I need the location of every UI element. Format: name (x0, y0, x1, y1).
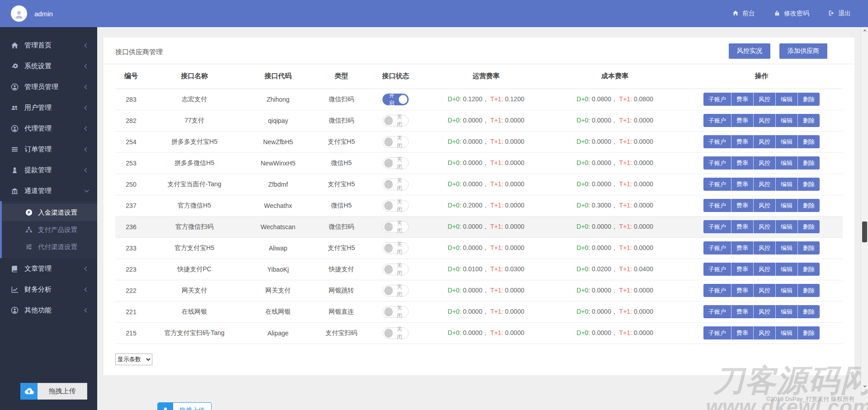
delete-button[interactable]: 删除 (798, 178, 820, 191)
topbar-link-2[interactable]: 退出 (828, 9, 851, 18)
risk-button[interactable]: 风控 (754, 199, 776, 212)
delete-button[interactable]: 删除 (798, 135, 820, 148)
rate-button[interactable]: 费率 (731, 156, 754, 170)
delete-button[interactable]: 删除 (798, 284, 820, 297)
risk-button[interactable]: 风控 (754, 135, 776, 148)
status-toggle[interactable]: 关闭 (382, 200, 409, 212)
subaccount-button[interactable]: 子账户 (703, 114, 731, 127)
rate-button[interactable]: 费率 (731, 284, 754, 297)
subaccount-button[interactable]: 子账户 (703, 93, 731, 106)
scrollbar-thumb[interactable] (862, 221, 867, 242)
subaccount-button[interactable]: 子账户 (703, 178, 731, 191)
sidebar-subitem[interactable]: 代付渠道设置 (2, 238, 97, 255)
scrollbar[interactable] (861, 27, 868, 390)
status-toggle[interactable]: 关闭 (382, 136, 409, 148)
edit-button[interactable]: 编辑 (776, 220, 798, 233)
status-toggle[interactable]: 开启 (382, 94, 409, 105)
sidebar-item[interactable]: 订单管理 (0, 139, 97, 160)
sidebar-upload-button[interactable]: 拖拽上传 (20, 383, 87, 400)
risk-live-button[interactable]: 风控实况 (729, 43, 770, 59)
risk-button[interactable]: 风控 (754, 220, 776, 233)
subaccount-button[interactable]: 子账户 (703, 220, 731, 233)
cell-cost-rate: D+0: 0.0000， T+1: 0.0000 (549, 237, 680, 259)
delete-button[interactable]: 删除 (798, 93, 820, 106)
add-supplier-button[interactable]: 添加供应商 (779, 43, 827, 59)
subaccount-button[interactable]: 子账户 (703, 156, 731, 170)
delete-button[interactable]: 删除 (798, 263, 820, 276)
scroll-up-arrow-icon[interactable] (863, 29, 867, 31)
risk-button[interactable]: 风控 (754, 263, 776, 276)
topbar-link-1[interactable]: 修改密码 (774, 9, 809, 18)
sidebar-item[interactable]: 代理管理 (0, 118, 97, 139)
delete-button[interactable]: 删除 (798, 114, 820, 127)
status-toggle[interactable]: 关闭 (382, 115, 409, 127)
subaccount-button[interactable]: 子账户 (703, 284, 731, 297)
sidebar-subitem[interactable]: 支付产品设置 (2, 221, 97, 238)
subaccount-button[interactable]: 子账户 (703, 263, 731, 276)
subaccount-button[interactable]: 子账户 (703, 241, 731, 254)
edit-button[interactable]: 编辑 (776, 284, 798, 297)
delete-button[interactable]: 删除 (798, 199, 820, 212)
risk-button[interactable]: 风控 (754, 114, 776, 127)
risk-button[interactable]: 风控 (754, 178, 776, 191)
bottom-upload-button[interactable]: 拖拽上传 (157, 402, 212, 410)
sidebar-item[interactable]: 管理首页 (0, 35, 97, 56)
status-toggle[interactable]: 关闭 (382, 327, 409, 339)
risk-button[interactable]: 风控 (754, 241, 776, 254)
status-toggle[interactable]: 关闭 (382, 157, 409, 169)
status-toggle[interactable]: 关闭 (382, 306, 409, 318)
status-toggle[interactable]: 关闭 (382, 242, 409, 254)
rate-button[interactable]: 费率 (731, 199, 754, 212)
edit-button[interactable]: 编辑 (776, 241, 798, 254)
edit-button[interactable]: 编辑 (776, 326, 798, 339)
risk-button[interactable]: 风控 (754, 156, 776, 170)
sidebar-item[interactable]: 财务分析 (0, 279, 97, 300)
page-size-select[interactable]: 显示条数 (115, 353, 152, 365)
edit-button[interactable]: 编辑 (776, 199, 798, 212)
topbar-link-0[interactable]: 前台 (732, 9, 755, 18)
sidebar-item[interactable]: 提款管理 (0, 160, 97, 180)
edit-button[interactable]: 编辑 (776, 114, 798, 127)
rate-button[interactable]: 费率 (731, 178, 754, 191)
sidebar-item[interactable]: 通道管理 (0, 180, 97, 201)
delete-button[interactable]: 删除 (798, 326, 820, 339)
edit-button[interactable]: 编辑 (776, 156, 798, 170)
edit-button[interactable]: 编辑 (776, 263, 798, 276)
status-toggle[interactable]: 关闭 (382, 285, 409, 297)
delete-button[interactable]: 删除 (798, 156, 820, 170)
delete-button[interactable]: 删除 (798, 241, 820, 254)
sidebar-item[interactable]: 其他功能 (0, 300, 97, 320)
delete-button[interactable]: 删除 (798, 220, 820, 233)
sidebar-item[interactable]: 系统设置 (0, 56, 97, 76)
rate-button[interactable]: 费率 (731, 263, 754, 276)
subaccount-button[interactable]: 子账户 (703, 326, 731, 339)
rate-button[interactable]: 费率 (731, 241, 754, 254)
status-toggle[interactable]: 关闭 (382, 221, 409, 233)
risk-button[interactable]: 风控 (754, 284, 776, 297)
edit-button[interactable]: 编辑 (776, 135, 798, 148)
delete-button[interactable]: 删除 (798, 305, 820, 318)
rate-button[interactable]: 费率 (731, 93, 754, 106)
subaccount-button[interactable]: 子账户 (703, 199, 731, 212)
risk-button[interactable]: 风控 (754, 93, 776, 106)
scroll-down-arrow-icon[interactable] (863, 386, 867, 387)
rate-button[interactable]: 费率 (731, 135, 754, 148)
sidebar-subitem[interactable]: P入金渠道设置 (2, 204, 97, 221)
rate-button[interactable]: 费率 (731, 114, 754, 127)
sidebar-item[interactable]: 用户管理 (0, 97, 97, 118)
sidebar-item[interactable]: 文章管理 (0, 258, 97, 279)
status-toggle[interactable]: 关闭 (382, 264, 409, 275)
rate-button[interactable]: 费率 (731, 305, 754, 318)
subaccount-button[interactable]: 子账户 (703, 305, 731, 318)
status-toggle[interactable]: 关闭 (382, 179, 409, 190)
edit-button[interactable]: 编辑 (776, 93, 798, 106)
rate-button[interactable]: 费率 (731, 220, 754, 233)
avatar[interactable] (11, 5, 27, 22)
rate-button[interactable]: 费率 (731, 326, 754, 339)
edit-button[interactable]: 编辑 (776, 178, 798, 191)
subaccount-button[interactable]: 子账户 (703, 135, 731, 148)
risk-button[interactable]: 风控 (754, 326, 776, 339)
edit-button[interactable]: 编辑 (776, 305, 798, 318)
risk-button[interactable]: 风控 (754, 305, 776, 318)
sidebar-item[interactable]: 管理员管理 (0, 76, 97, 97)
